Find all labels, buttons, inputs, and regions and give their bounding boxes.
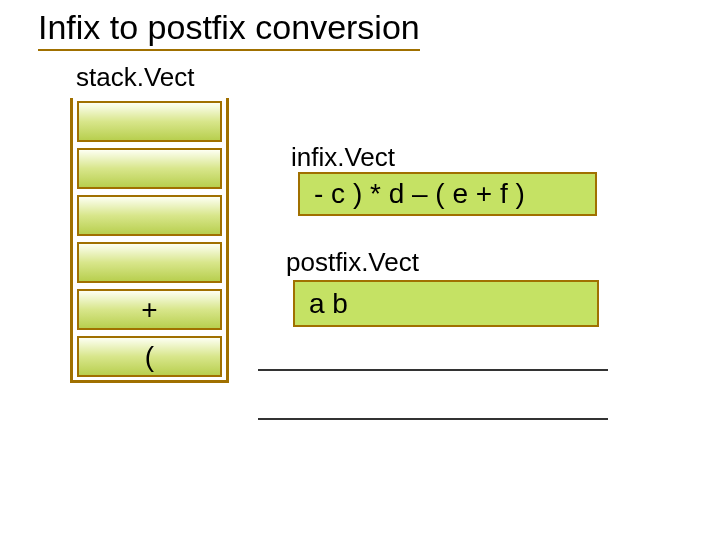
- stack-cell-0: [73, 98, 226, 145]
- stack-label: stack.Vect: [76, 62, 195, 93]
- stack-cell-4: +: [73, 286, 226, 333]
- stack-cell-3: [73, 239, 226, 286]
- postfix-box: a b: [293, 280, 599, 327]
- infix-value: - c ) * d – ( e + f ): [314, 178, 525, 210]
- divider-line-2: [258, 418, 608, 420]
- postfix-label: postfix.Vect: [286, 247, 419, 278]
- stack-cell-value: (: [145, 341, 154, 373]
- stack-cell-value: +: [141, 294, 157, 326]
- stack-cell-2: [73, 192, 226, 239]
- infix-box: - c ) * d – ( e + f ): [298, 172, 597, 216]
- divider-line-1: [258, 369, 608, 371]
- infix-label: infix.Vect: [291, 142, 395, 173]
- postfix-value: a b: [309, 288, 348, 320]
- stack-cell-1: [73, 145, 226, 192]
- stack-cell-5: (: [73, 333, 226, 380]
- page-title: Infix to postfix conversion: [38, 8, 420, 51]
- stack-container: + (: [70, 98, 229, 383]
